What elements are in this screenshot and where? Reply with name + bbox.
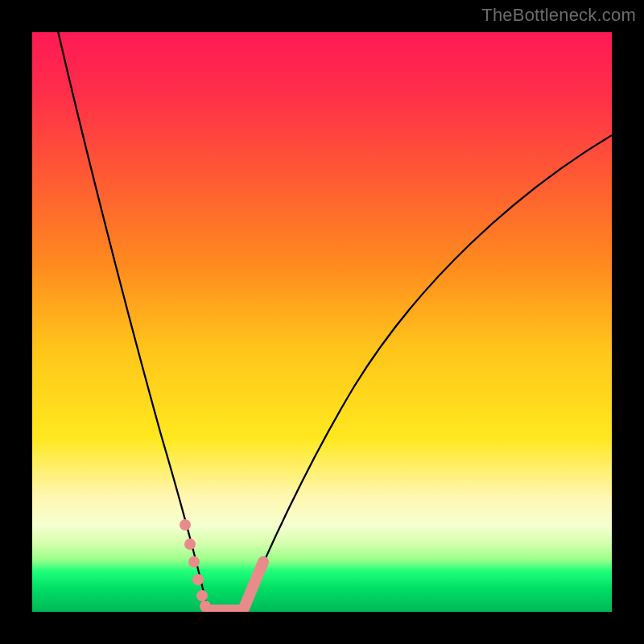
plot-area: [32, 32, 612, 612]
chart-curves: [32, 32, 612, 612]
right-curve-path: [243, 135, 612, 610]
svg-line-8: [243, 562, 263, 610]
outer-frame: TheBottleneck.com: [0, 0, 644, 644]
watermark-text: TheBottleneck.com: [481, 5, 636, 26]
